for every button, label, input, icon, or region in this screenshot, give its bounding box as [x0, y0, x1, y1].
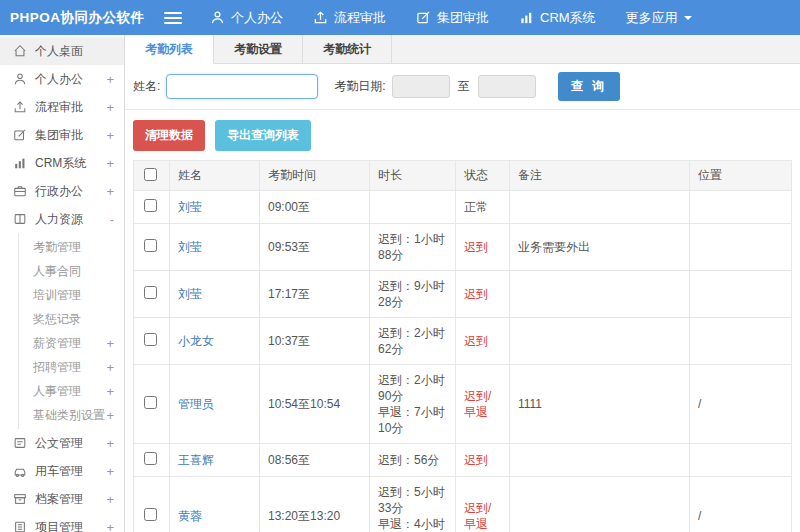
caret-down-icon [684, 16, 692, 24]
duration-cell: 迟到：1小时88分 [370, 224, 456, 271]
row-checkbox[interactable] [144, 333, 157, 346]
app-logo: PHPOA协同办公软件 [0, 9, 150, 27]
status-text: 迟到 [464, 453, 488, 467]
location-cell [690, 318, 792, 365]
nav-group-approval[interactable]: 集团审批 [416, 9, 489, 27]
briefcase-icon [12, 183, 28, 199]
sidebar-item-label: 档案管理 [35, 491, 106, 508]
expand-toggle[interactable]: + [106, 520, 114, 532]
employee-name-link[interactable]: 小龙女 [178, 334, 214, 348]
nav-crm[interactable]: CRM系统 [519, 9, 596, 27]
sidebar-subitem-label: 人事管理 [33, 383, 106, 400]
book-icon [12, 211, 28, 227]
expand-toggle[interactable]: + [106, 100, 114, 115]
row-checkbox[interactable] [144, 286, 157, 299]
tab-attendance-stats[interactable]: 考勤统计 [303, 35, 392, 63]
filter-bar: 姓名: 考勤日期: 至 查 询 [125, 64, 800, 110]
nav-label: 流程审批 [334, 9, 386, 27]
export-list-button[interactable]: 导出查询列表 [215, 120, 311, 151]
sidebar-item-personal-office[interactable]: 个人办公 + [0, 65, 124, 93]
expand-toggle[interactable]: + [106, 360, 114, 375]
expand-toggle[interactable]: + [106, 408, 114, 423]
employee-name-link[interactable]: 黄蓉 [178, 509, 202, 523]
sidebar-item-hr[interactable]: 人力资源 - [0, 205, 124, 233]
menu-toggle-icon[interactable] [164, 9, 182, 27]
date-label: 考勤日期: [334, 78, 385, 95]
tab-attendance-list[interactable]: 考勤列表 [125, 35, 214, 64]
expand-toggle[interactable]: + [106, 72, 114, 87]
duration-early: 早退：7小时10分 [378, 404, 447, 436]
workflow-icon [12, 99, 28, 115]
sidebar-subitem-training[interactable]: 培训管理 [19, 283, 124, 307]
sidebar-subitem-attendance[interactable]: 考勤管理 [19, 235, 124, 259]
sidebar-item-crm[interactable]: CRM系统 + [0, 149, 124, 177]
edit-square-icon [12, 127, 28, 143]
row-checkbox[interactable] [144, 239, 157, 252]
employee-name-link[interactable]: 刘莹 [178, 200, 202, 214]
location-cell [690, 191, 792, 224]
search-button[interactable]: 查 询 [558, 72, 620, 101]
sidebar-subitem-salary[interactable]: 薪资管理 + [19, 331, 124, 355]
employee-name-link[interactable]: 王喜辉 [178, 453, 214, 467]
archive-icon [12, 491, 28, 507]
remark-cell [510, 444, 690, 477]
name-label: 姓名: [133, 78, 160, 95]
location-cell [690, 271, 792, 318]
sidebar-item-project-mgmt[interactable]: 项目管理 + [0, 513, 124, 532]
col-duration: 时长 [370, 161, 456, 191]
sidebar-item-group-approval[interactable]: 集团审批 + [0, 121, 124, 149]
row-checkbox[interactable] [144, 508, 157, 521]
expand-toggle[interactable]: + [106, 336, 114, 351]
home-icon [12, 43, 28, 59]
sidebar-subitem-label: 招聘管理 [33, 359, 106, 376]
nav-personal-office[interactable]: 个人办公 [210, 9, 283, 27]
sidebar-subitem-rewards[interactable]: 奖惩记录 [19, 307, 124, 331]
nav-more-apps[interactable]: 更多应用 [626, 9, 692, 27]
col-name: 姓名 [170, 161, 260, 191]
sidebar-subitem-base-category[interactable]: 基础类别设置 + [19, 403, 124, 427]
row-checkbox[interactable] [144, 199, 157, 212]
status-text: 正常 [464, 200, 488, 214]
duration-late: 迟到：56分 [378, 452, 447, 468]
sidebar-item-archive-mgmt[interactable]: 档案管理 + [0, 485, 124, 513]
sidebar-item-personal-desktop[interactable]: 个人桌面 [0, 37, 124, 65]
attendance-time: 10:37至 [260, 318, 370, 365]
expand-toggle[interactable]: + [106, 184, 114, 199]
sidebar-subitem-hr-contract[interactable]: 人事合同 [19, 259, 124, 283]
table-row: 管理员 10:54至10:54 迟到：2小时90分早退：7小时10分 迟到/早退… [134, 365, 792, 444]
status-text: 迟到 [464, 287, 488, 301]
sidebar-subitem-personnel[interactable]: 人事管理 + [19, 379, 124, 403]
date-from-input[interactable] [392, 75, 450, 98]
tab-attendance-settings[interactable]: 考勤设置 [214, 35, 303, 63]
sidebar-item-label: 流程审批 [35, 99, 106, 116]
collapse-toggle[interactable]: - [110, 212, 114, 227]
clean-data-button[interactable]: 清理数据 [133, 120, 205, 151]
user-icon [12, 71, 28, 87]
date-to-input[interactable] [478, 75, 536, 98]
status-text: 迟到 [464, 240, 488, 254]
sidebar-item-vehicle-mgmt[interactable]: 用车管理 + [0, 457, 124, 485]
expand-toggle[interactable]: + [106, 436, 114, 451]
expand-toggle[interactable]: + [106, 128, 114, 143]
attendance-table-wrap: 姓名 考勤时间 时长 状态 备注 位置 刘莹 09:00至 正常 [125, 160, 800, 532]
sidebar-item-document-mgmt[interactable]: 公文管理 + [0, 429, 124, 457]
name-input[interactable] [166, 74, 318, 99]
sidebar-item-label: 个人桌面 [35, 43, 114, 60]
employee-name-link[interactable]: 刘莹 [178, 287, 202, 301]
select-all-checkbox[interactable] [144, 168, 157, 181]
sidebar-item-admin-office[interactable]: 行政办公 + [0, 177, 124, 205]
attendance-time: 08:56至 [260, 444, 370, 477]
col-status: 状态 [456, 161, 510, 191]
duration-cell [370, 191, 456, 224]
employee-name-link[interactable]: 刘莹 [178, 240, 202, 254]
expand-toggle[interactable]: + [106, 384, 114, 399]
row-checkbox[interactable] [144, 452, 157, 465]
sidebar-item-workflow-approval[interactable]: 流程审批 + [0, 93, 124, 121]
row-checkbox[interactable] [144, 396, 157, 409]
employee-name-link[interactable]: 管理员 [178, 397, 214, 411]
expand-toggle[interactable]: + [106, 464, 114, 479]
expand-toggle[interactable]: + [106, 156, 114, 171]
sidebar-subitem-recruitment[interactable]: 招聘管理 + [19, 355, 124, 379]
expand-toggle[interactable]: + [106, 492, 114, 507]
nav-workflow-approval[interactable]: 流程审批 [313, 9, 386, 27]
